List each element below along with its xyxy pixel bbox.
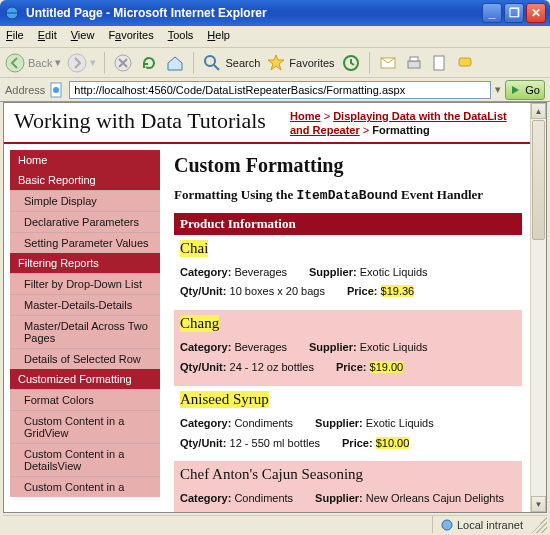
history-icon[interactable] bbox=[341, 53, 361, 73]
svg-rect-8 bbox=[410, 57, 418, 61]
star-icon bbox=[266, 53, 286, 73]
back-icon bbox=[5, 53, 25, 73]
product-supplier: Exotic Liquids bbox=[360, 341, 428, 353]
toolbar-divider bbox=[369, 52, 370, 74]
breadcrumb-home[interactable]: Home bbox=[290, 110, 321, 122]
scroll-thumb[interactable] bbox=[532, 120, 545, 240]
product-qtyunit: 24 - 12 oz bottles bbox=[230, 361, 314, 373]
sidebar-group[interactable]: Home bbox=[10, 150, 160, 170]
stop-icon[interactable] bbox=[113, 53, 133, 73]
product-supplier: Exotic Liquids bbox=[360, 266, 428, 278]
chevron-down-icon[interactable]: ▾ bbox=[495, 83, 501, 96]
sidebar-item[interactable]: Details of Selected Row bbox=[10, 348, 160, 369]
sidebar-item[interactable]: Format Colors bbox=[10, 389, 160, 410]
field-label: Category: bbox=[180, 266, 231, 278]
sidebar-item[interactable]: Filter by Drop-Down List bbox=[10, 273, 160, 294]
field-label: Qty/Unit: bbox=[180, 361, 226, 373]
field-label: Price: bbox=[347, 285, 378, 297]
sidebar-item[interactable]: Custom Content in a GridView bbox=[10, 410, 160, 443]
back-button[interactable]: Back ▾ bbox=[5, 53, 61, 73]
chevron-down-icon: ▾ bbox=[55, 56, 61, 69]
home-icon[interactable] bbox=[165, 53, 185, 73]
window-title: Untitled Page - Microsoft Internet Explo… bbox=[26, 6, 267, 20]
content-heading: Custom Formatting bbox=[174, 154, 522, 177]
discuss-icon[interactable] bbox=[456, 53, 476, 73]
sidebar-item[interactable]: Master/Detail Across Two Pages bbox=[10, 315, 160, 348]
zone-label: Local intranet bbox=[457, 519, 523, 531]
favorites-button[interactable]: Favorites bbox=[266, 53, 334, 73]
sidebar-group[interactable]: Customized Formatting bbox=[10, 369, 160, 389]
field-label: Supplier: bbox=[315, 417, 363, 429]
sidebar-group[interactable]: Basic Reporting bbox=[10, 170, 160, 190]
menu-favorites[interactable]: Favorites bbox=[108, 29, 153, 44]
resize-grip[interactable] bbox=[531, 517, 547, 533]
svg-rect-10 bbox=[459, 58, 471, 66]
menu-view[interactable]: View bbox=[71, 29, 95, 44]
sidebar-group[interactable]: Filtering Reports bbox=[10, 253, 160, 273]
print-icon[interactable] bbox=[404, 53, 424, 73]
svg-point-4 bbox=[205, 56, 215, 66]
sidebar-item[interactable]: Custom Content in a DetailsView bbox=[10, 443, 160, 476]
window-titlebar: Untitled Page - Microsoft Internet Explo… bbox=[0, 0, 550, 26]
chevron-down-icon: ▾ bbox=[90, 56, 96, 69]
search-icon bbox=[202, 53, 222, 73]
menu-tools[interactable]: Tools bbox=[168, 29, 194, 44]
scroll-up-button[interactable]: ▲ bbox=[531, 103, 546, 119]
field-label: Supplier: bbox=[309, 266, 357, 278]
breadcrumb: Home > Displaying Data with the DataList… bbox=[290, 109, 520, 138]
product-category: Condiments bbox=[234, 417, 293, 429]
forward-button: ▾ bbox=[67, 53, 96, 73]
sidebar-item[interactable]: Master-Details-Details bbox=[10, 294, 160, 315]
product-price: $10.00 bbox=[376, 437, 410, 449]
svg-point-2 bbox=[68, 54, 86, 72]
back-label: Back bbox=[28, 57, 52, 69]
field-label: Category: bbox=[180, 492, 231, 504]
svg-point-1 bbox=[6, 54, 24, 72]
address-bar: Address ▾ Go bbox=[0, 78, 550, 102]
go-button[interactable]: Go bbox=[505, 80, 545, 100]
mail-icon[interactable] bbox=[378, 53, 398, 73]
go-label: Go bbox=[525, 84, 540, 96]
field-label: Category: bbox=[180, 417, 231, 429]
address-label: Address bbox=[5, 84, 45, 96]
field-label: Category: bbox=[180, 341, 231, 353]
vertical-scrollbar[interactable]: ▲ ▼ bbox=[530, 103, 546, 512]
address-input[interactable] bbox=[69, 81, 491, 99]
svg-rect-9 bbox=[434, 56, 444, 70]
section-header: Product Information bbox=[174, 213, 522, 235]
edit-icon[interactable] bbox=[430, 53, 450, 73]
maximize-button[interactable]: ❐ bbox=[504, 3, 524, 23]
sidebar-item[interactable]: Setting Parameter Values bbox=[10, 232, 160, 253]
menu-help[interactable]: Help bbox=[207, 29, 230, 44]
menu-file[interactable]: File bbox=[6, 29, 24, 44]
product-item: Aniseed SyrupCategory: CondimentsSupplie… bbox=[174, 386, 522, 462]
sidebar-item[interactable]: Custom Content in a bbox=[10, 476, 160, 497]
field-label: Supplier: bbox=[309, 341, 357, 353]
sidebar: HomeBasic ReportingSimple DisplayDeclara… bbox=[10, 150, 160, 512]
close-button[interactable]: ✕ bbox=[526, 3, 546, 23]
intranet-icon bbox=[441, 519, 453, 531]
security-zone: Local intranet bbox=[432, 516, 531, 533]
toolbar-divider bbox=[193, 52, 194, 74]
product-name: Aniseed Syrup bbox=[180, 391, 269, 408]
product-category: Beverages bbox=[234, 341, 287, 353]
svg-point-13 bbox=[442, 520, 452, 530]
breadcrumb-current: Formatting bbox=[372, 124, 429, 136]
menu-edit[interactable]: Edit bbox=[38, 29, 57, 44]
product-name: Chai bbox=[180, 240, 208, 257]
main-content: Custom Formatting Formatting Using the I… bbox=[160, 150, 524, 512]
menubar: File Edit View Favorites Tools Help bbox=[0, 26, 550, 48]
toolbar-divider bbox=[104, 52, 105, 74]
search-button[interactable]: Search bbox=[202, 53, 260, 73]
favorites-label: Favorites bbox=[289, 57, 334, 69]
product-category: Beverages bbox=[234, 266, 287, 278]
refresh-icon[interactable] bbox=[139, 53, 159, 73]
sidebar-item[interactable]: Declarative Parameters bbox=[10, 211, 160, 232]
page-title: Working with Data Tutorials bbox=[14, 109, 290, 133]
scroll-down-button[interactable]: ▼ bbox=[531, 496, 546, 512]
sidebar-item[interactable]: Simple Display bbox=[10, 190, 160, 211]
minimize-button[interactable]: _ bbox=[482, 3, 502, 23]
svg-rect-7 bbox=[408, 61, 420, 68]
status-bar: Local intranet bbox=[3, 515, 547, 533]
field-label: Price: bbox=[342, 437, 373, 449]
